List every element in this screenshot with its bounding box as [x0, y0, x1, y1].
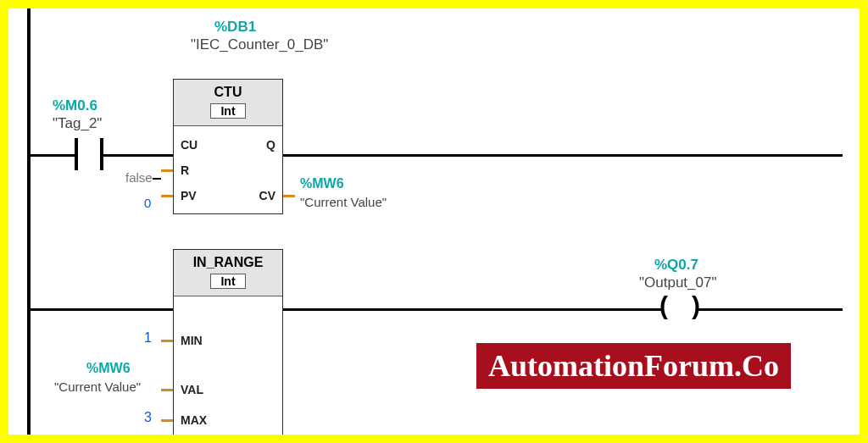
db-address: %DB1: [214, 19, 256, 36]
no-contact[interactable]: [75, 138, 103, 172]
in-range-header: IN_RANGE Int: [174, 250, 282, 296]
contact-name: "Tag_2": [53, 115, 102, 132]
pin-stub: [161, 389, 173, 391]
val-address: %MW6: [86, 361, 131, 376]
pin-stub: [283, 195, 295, 197]
wire: [29, 154, 75, 157]
max-value: 3: [144, 410, 152, 425]
pin-stub: [161, 340, 173, 342]
pin-r-label: R: [181, 163, 189, 177]
wire: [29, 308, 173, 311]
in-range-block[interactable]: IN_RANGE Int MIN VAL MAX: [173, 249, 283, 435]
pv-value: 0: [144, 196, 151, 210]
wire: [698, 308, 843, 311]
r-value: false: [125, 170, 153, 185]
pin-stub: [161, 419, 173, 422]
coil-address: %Q0.7: [654, 257, 698, 274]
banner: AutomationForum.Co: [476, 343, 791, 389]
in-range-type: Int: [210, 274, 246, 289]
pin-pv-label: PV: [181, 189, 197, 202]
ctu-type: Int: [210, 103, 246, 119]
coil-close[interactable]: ): [692, 291, 700, 320]
in-range-title: IN_RANGE: [193, 255, 264, 269]
wire: [283, 308, 663, 311]
pin-max-label: MAX: [181, 413, 207, 427]
ctu-block-header: CTU Int: [174, 80, 282, 126]
pin-min-label: MIN: [181, 334, 203, 347]
ctu-title: CTU: [214, 85, 242, 99]
cv-address: %MW6: [300, 176, 344, 191]
contact-address: %M0.6: [53, 97, 97, 114]
pin-stub: [161, 195, 173, 197]
pin-stub: [161, 169, 173, 172]
val-name: "Current Value": [54, 379, 141, 394]
power-rail-left: [27, 8, 31, 435]
coil-name: "Output_07": [639, 274, 716, 291]
wire-tiny: [153, 178, 161, 180]
pin-val-label: VAL: [181, 383, 203, 396]
coil-open[interactable]: (: [659, 291, 668, 320]
wire: [103, 154, 173, 157]
ctu-block[interactable]: CTU Int CU R PV Q CV: [173, 79, 283, 214]
pin-q-label: Q: [266, 138, 275, 152]
ladder-canvas: %M0.6 "Tag_2" %DB1 "IEC_Counter_0_DB" CT…: [0, 0, 868, 443]
cv-name: "Current Value": [300, 195, 387, 209]
min-value: 1: [144, 330, 152, 346]
pin-cu-label: CU: [181, 138, 198, 152]
wire: [651, 308, 663, 311]
db-name: "IEC_Counter_0_DB": [191, 37, 301, 53]
wire: [283, 154, 843, 157]
pin-cv-label: CV: [259, 189, 275, 202]
